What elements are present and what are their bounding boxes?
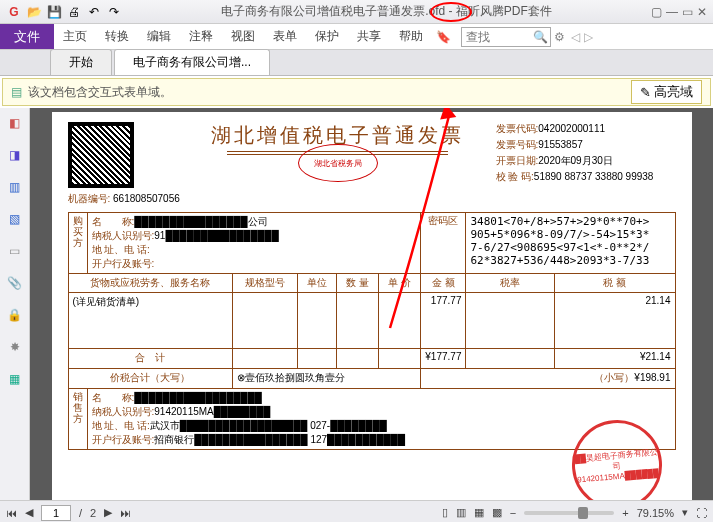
status-bar: ⏮ ◀ / 2 ▶ ⏭ ▯ ▥ ▦ ▩ − + 79.15% ▾ ⛶ bbox=[0, 500, 713, 522]
pages-panel-icon[interactable]: ▥ bbox=[6, 178, 24, 196]
zoom-value: 79.15% bbox=[637, 507, 674, 519]
zoom-out-icon[interactable]: − bbox=[510, 507, 516, 519]
doc-tab-start[interactable]: 开始 bbox=[50, 49, 112, 75]
view-cont-facing-icon[interactable]: ▩ bbox=[492, 506, 502, 519]
minimize-icon[interactable]: — bbox=[666, 5, 678, 19]
tab-help[interactable]: 帮助 bbox=[390, 24, 432, 49]
open-icon[interactable]: 📂 bbox=[26, 4, 42, 20]
ribbon-toggle-icon[interactable]: ▢ bbox=[651, 5, 662, 19]
maximize-icon[interactable]: ▭ bbox=[682, 5, 693, 19]
info-icon: ▤ bbox=[11, 85, 22, 99]
highlight-fields-button[interactable]: ✎ 高亮域 bbox=[631, 80, 702, 104]
page-viewport[interactable]: 机器编号: 661808507056 湖北增值税电子普通发票 湖北省税务局 发票… bbox=[30, 108, 713, 500]
next-tab-icon[interactable]: ▷ bbox=[584, 30, 593, 44]
zoom-dropdown-icon[interactable]: ▾ bbox=[682, 506, 688, 519]
tab-view[interactable]: 视图 bbox=[222, 24, 264, 49]
layers-panel-icon[interactable]: ▧ bbox=[6, 210, 24, 228]
pencil-icon: ✎ bbox=[640, 85, 651, 100]
first-page-icon[interactable]: ⏮ bbox=[6, 507, 17, 519]
view-facing-icon[interactable]: ▦ bbox=[474, 506, 484, 519]
document-tabs: 开始 电子商务有限公司增... bbox=[0, 50, 713, 76]
tab-convert[interactable]: 转换 bbox=[96, 24, 138, 49]
info-message: 该文档包含交互式表单域。 bbox=[28, 84, 631, 101]
zoom-in-icon[interactable]: + bbox=[622, 507, 628, 519]
highlight-label: 高亮域 bbox=[654, 83, 693, 101]
form-info-bar: ▤ 该文档包含交互式表单域。 ✎ 高亮域 bbox=[2, 78, 711, 106]
annotation-arrow bbox=[30, 108, 710, 498]
comments-panel-icon[interactable]: ▭ bbox=[6, 242, 24, 260]
outline-panel-icon[interactable]: ◨ bbox=[6, 146, 24, 164]
left-nav-rail: ◧ ◨ ▥ ▧ ▭ 📎 🔒 ✸ ▦ bbox=[0, 108, 30, 500]
view-cont-icon[interactable]: ▥ bbox=[456, 506, 466, 519]
last-page-icon[interactable]: ⏭ bbox=[120, 507, 131, 519]
tab-protect[interactable]: 保护 bbox=[306, 24, 348, 49]
next-page-icon[interactable]: ▶ bbox=[104, 506, 112, 519]
view-single-icon[interactable]: ▯ bbox=[442, 506, 448, 519]
fit-width-icon[interactable]: ⛶ bbox=[696, 507, 707, 519]
attachments-panel-icon[interactable]: 📎 bbox=[6, 274, 24, 292]
tab-home[interactable]: 主页 bbox=[54, 24, 96, 49]
title-bar: G 📂 💾 🖨 ↶ ↷ 电子商务有限公司增值税电子普通发票.ofd - 福昕风腾… bbox=[0, 0, 713, 24]
prev-tab-icon[interactable]: ◁ bbox=[571, 30, 580, 44]
annotation-circle-title bbox=[430, 2, 472, 22]
undo-icon[interactable]: ↶ bbox=[86, 4, 102, 20]
gear-icon[interactable]: ⚙ bbox=[554, 30, 565, 44]
tab-edit[interactable]: 编辑 bbox=[138, 24, 180, 49]
more-panel-icon[interactable]: ▦ bbox=[6, 370, 24, 388]
search-box: 🔍 bbox=[461, 27, 548, 47]
doc-tab-invoice[interactable]: 电子商务有限公司增... bbox=[114, 49, 270, 75]
page-total: 2 bbox=[90, 507, 96, 519]
workspace: ◧ ◨ ▥ ▧ ▭ 📎 🔒 ✸ ▦ 机器编号: 661808507056 湖北增… bbox=[0, 108, 713, 500]
prev-page-icon[interactable]: ◀ bbox=[25, 506, 33, 519]
tab-comment[interactable]: 注释 bbox=[180, 24, 222, 49]
file-tab[interactable]: 文件 bbox=[0, 24, 54, 49]
page-input[interactable] bbox=[41, 505, 71, 521]
tab-share[interactable]: 共享 bbox=[348, 24, 390, 49]
redo-icon[interactable]: ↷ bbox=[106, 4, 122, 20]
window-title: 电子商务有限公司增值税电子普通发票.ofd - 福昕风腾PDF套件 bbox=[126, 3, 647, 20]
print-icon[interactable]: 🖨 bbox=[66, 4, 82, 20]
tab-form[interactable]: 表单 bbox=[264, 24, 306, 49]
search-icon[interactable]: 🔍 bbox=[533, 30, 548, 44]
save-icon[interactable]: 💾 bbox=[46, 4, 62, 20]
page-sep: / bbox=[79, 507, 82, 519]
app-logo-icon: G bbox=[6, 4, 22, 20]
signatures-panel-icon[interactable]: ✸ bbox=[6, 338, 24, 356]
ribbon-tabs: 文件 主页 转换 编辑 页面注释 注释 视图 表单 保护 共享 帮助 🔖 🔍 ⚙… bbox=[0, 24, 713, 50]
bookmark-icon[interactable]: 🔖 bbox=[436, 30, 451, 44]
security-panel-icon[interactable]: 🔒 bbox=[6, 306, 24, 324]
zoom-slider[interactable] bbox=[524, 511, 614, 515]
bookmark-panel-icon[interactable]: ◧ bbox=[6, 114, 24, 132]
close-icon[interactable]: ✕ bbox=[697, 5, 707, 19]
